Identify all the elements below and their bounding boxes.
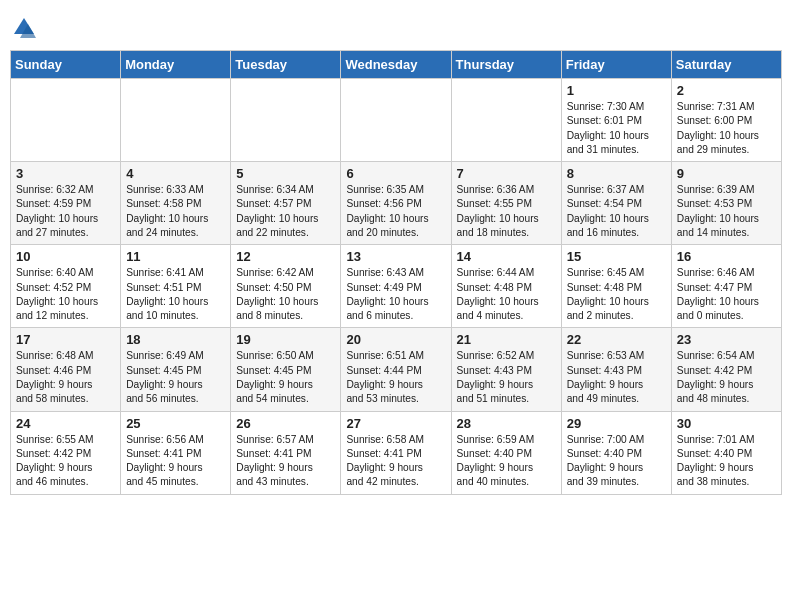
weekday-header-monday: Monday	[121, 51, 231, 79]
day-cell: 10Sunrise: 6:40 AM Sunset: 4:52 PM Dayli…	[11, 245, 121, 328]
day-info: Sunrise: 7:00 AM Sunset: 4:40 PM Dayligh…	[567, 434, 645, 488]
weekday-header-row: SundayMondayTuesdayWednesdayThursdayFrid…	[11, 51, 782, 79]
day-number: 17	[16, 332, 115, 347]
day-info: Sunrise: 6:36 AM Sunset: 4:55 PM Dayligh…	[457, 184, 539, 238]
day-info: Sunrise: 6:52 AM Sunset: 4:43 PM Dayligh…	[457, 350, 535, 404]
day-cell: 14Sunrise: 6:44 AM Sunset: 4:48 PM Dayli…	[451, 245, 561, 328]
weekday-header-sunday: Sunday	[11, 51, 121, 79]
day-info: Sunrise: 6:34 AM Sunset: 4:57 PM Dayligh…	[236, 184, 318, 238]
day-cell	[341, 79, 451, 162]
day-number: 29	[567, 416, 666, 431]
day-info: Sunrise: 6:58 AM Sunset: 4:41 PM Dayligh…	[346, 434, 424, 488]
day-info: Sunrise: 6:40 AM Sunset: 4:52 PM Dayligh…	[16, 267, 98, 321]
day-info: Sunrise: 6:55 AM Sunset: 4:42 PM Dayligh…	[16, 434, 94, 488]
logo	[10, 14, 42, 42]
day-cell: 17Sunrise: 6:48 AM Sunset: 4:46 PM Dayli…	[11, 328, 121, 411]
week-row-3: 10Sunrise: 6:40 AM Sunset: 4:52 PM Dayli…	[11, 245, 782, 328]
day-cell	[11, 79, 121, 162]
day-info: Sunrise: 6:41 AM Sunset: 4:51 PM Dayligh…	[126, 267, 208, 321]
day-cell: 18Sunrise: 6:49 AM Sunset: 4:45 PM Dayli…	[121, 328, 231, 411]
day-info: Sunrise: 6:45 AM Sunset: 4:48 PM Dayligh…	[567, 267, 649, 321]
day-cell: 7Sunrise: 6:36 AM Sunset: 4:55 PM Daylig…	[451, 162, 561, 245]
day-number: 20	[346, 332, 445, 347]
day-number: 26	[236, 416, 335, 431]
week-row-2: 3Sunrise: 6:32 AM Sunset: 4:59 PM Daylig…	[11, 162, 782, 245]
day-cell	[121, 79, 231, 162]
day-number: 13	[346, 249, 445, 264]
day-cell: 26Sunrise: 6:57 AM Sunset: 4:41 PM Dayli…	[231, 411, 341, 494]
day-cell: 4Sunrise: 6:33 AM Sunset: 4:58 PM Daylig…	[121, 162, 231, 245]
day-cell: 27Sunrise: 6:58 AM Sunset: 4:41 PM Dayli…	[341, 411, 451, 494]
day-info: Sunrise: 6:44 AM Sunset: 4:48 PM Dayligh…	[457, 267, 539, 321]
day-cell: 9Sunrise: 6:39 AM Sunset: 4:53 PM Daylig…	[671, 162, 781, 245]
day-info: Sunrise: 6:46 AM Sunset: 4:47 PM Dayligh…	[677, 267, 759, 321]
day-info: Sunrise: 6:56 AM Sunset: 4:41 PM Dayligh…	[126, 434, 204, 488]
day-number: 5	[236, 166, 335, 181]
day-cell: 3Sunrise: 6:32 AM Sunset: 4:59 PM Daylig…	[11, 162, 121, 245]
day-number: 22	[567, 332, 666, 347]
page-header	[10, 10, 782, 42]
day-number: 11	[126, 249, 225, 264]
day-cell: 30Sunrise: 7:01 AM Sunset: 4:40 PM Dayli…	[671, 411, 781, 494]
day-number: 28	[457, 416, 556, 431]
week-row-4: 17Sunrise: 6:48 AM Sunset: 4:46 PM Dayli…	[11, 328, 782, 411]
day-cell: 15Sunrise: 6:45 AM Sunset: 4:48 PM Dayli…	[561, 245, 671, 328]
day-cell: 12Sunrise: 6:42 AM Sunset: 4:50 PM Dayli…	[231, 245, 341, 328]
day-cell: 13Sunrise: 6:43 AM Sunset: 4:49 PM Dayli…	[341, 245, 451, 328]
day-cell: 19Sunrise: 6:50 AM Sunset: 4:45 PM Dayli…	[231, 328, 341, 411]
day-info: Sunrise: 6:33 AM Sunset: 4:58 PM Dayligh…	[126, 184, 208, 238]
day-info: Sunrise: 7:30 AM Sunset: 6:01 PM Dayligh…	[567, 101, 649, 155]
day-cell: 8Sunrise: 6:37 AM Sunset: 4:54 PM Daylig…	[561, 162, 671, 245]
day-number: 7	[457, 166, 556, 181]
day-number: 12	[236, 249, 335, 264]
day-number: 3	[16, 166, 115, 181]
day-number: 1	[567, 83, 666, 98]
day-info: Sunrise: 6:50 AM Sunset: 4:45 PM Dayligh…	[236, 350, 314, 404]
day-number: 30	[677, 416, 776, 431]
day-number: 25	[126, 416, 225, 431]
weekday-header-thursday: Thursday	[451, 51, 561, 79]
day-info: Sunrise: 6:32 AM Sunset: 4:59 PM Dayligh…	[16, 184, 98, 238]
day-number: 14	[457, 249, 556, 264]
day-number: 24	[16, 416, 115, 431]
day-cell	[451, 79, 561, 162]
day-info: Sunrise: 6:48 AM Sunset: 4:46 PM Dayligh…	[16, 350, 94, 404]
day-info: Sunrise: 6:59 AM Sunset: 4:40 PM Dayligh…	[457, 434, 535, 488]
day-number: 2	[677, 83, 776, 98]
day-info: Sunrise: 7:01 AM Sunset: 4:40 PM Dayligh…	[677, 434, 755, 488]
day-cell: 25Sunrise: 6:56 AM Sunset: 4:41 PM Dayli…	[121, 411, 231, 494]
day-info: Sunrise: 6:39 AM Sunset: 4:53 PM Dayligh…	[677, 184, 759, 238]
day-number: 27	[346, 416, 445, 431]
calendar: SundayMondayTuesdayWednesdayThursdayFrid…	[10, 50, 782, 495]
day-info: Sunrise: 6:54 AM Sunset: 4:42 PM Dayligh…	[677, 350, 755, 404]
day-cell: 28Sunrise: 6:59 AM Sunset: 4:40 PM Dayli…	[451, 411, 561, 494]
weekday-header-wednesday: Wednesday	[341, 51, 451, 79]
week-row-5: 24Sunrise: 6:55 AM Sunset: 4:42 PM Dayli…	[11, 411, 782, 494]
day-cell: 24Sunrise: 6:55 AM Sunset: 4:42 PM Dayli…	[11, 411, 121, 494]
day-cell: 1Sunrise: 7:30 AM Sunset: 6:01 PM Daylig…	[561, 79, 671, 162]
day-cell: 21Sunrise: 6:52 AM Sunset: 4:43 PM Dayli…	[451, 328, 561, 411]
week-row-1: 1Sunrise: 7:30 AM Sunset: 6:01 PM Daylig…	[11, 79, 782, 162]
day-info: Sunrise: 7:31 AM Sunset: 6:00 PM Dayligh…	[677, 101, 759, 155]
day-info: Sunrise: 6:42 AM Sunset: 4:50 PM Dayligh…	[236, 267, 318, 321]
day-cell	[231, 79, 341, 162]
day-number: 15	[567, 249, 666, 264]
day-number: 23	[677, 332, 776, 347]
day-number: 19	[236, 332, 335, 347]
day-number: 9	[677, 166, 776, 181]
day-cell: 20Sunrise: 6:51 AM Sunset: 4:44 PM Dayli…	[341, 328, 451, 411]
day-number: 8	[567, 166, 666, 181]
day-cell: 11Sunrise: 6:41 AM Sunset: 4:51 PM Dayli…	[121, 245, 231, 328]
day-cell: 2Sunrise: 7:31 AM Sunset: 6:00 PM Daylig…	[671, 79, 781, 162]
day-number: 18	[126, 332, 225, 347]
day-info: Sunrise: 6:49 AM Sunset: 4:45 PM Dayligh…	[126, 350, 204, 404]
day-info: Sunrise: 6:43 AM Sunset: 4:49 PM Dayligh…	[346, 267, 428, 321]
weekday-header-saturday: Saturday	[671, 51, 781, 79]
day-number: 6	[346, 166, 445, 181]
day-number: 10	[16, 249, 115, 264]
day-cell: 22Sunrise: 6:53 AM Sunset: 4:43 PM Dayli…	[561, 328, 671, 411]
day-info: Sunrise: 6:37 AM Sunset: 4:54 PM Dayligh…	[567, 184, 649, 238]
day-number: 4	[126, 166, 225, 181]
day-number: 21	[457, 332, 556, 347]
day-info: Sunrise: 6:53 AM Sunset: 4:43 PM Dayligh…	[567, 350, 645, 404]
